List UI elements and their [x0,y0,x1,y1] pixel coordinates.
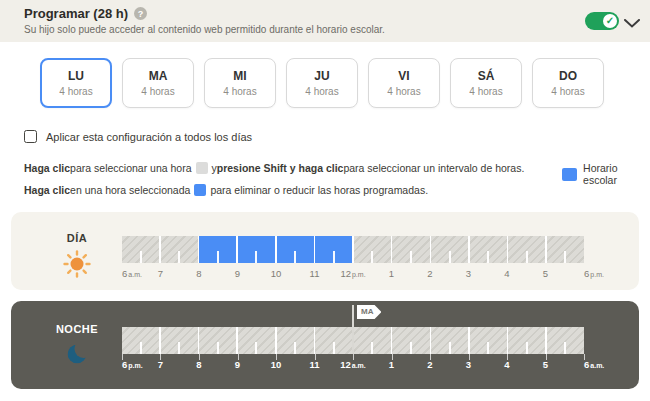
legend-swatch [562,168,577,181]
hour-label: 12a.m. [340,359,366,370]
day-card-label: VI [398,69,409,83]
hour-cell[interactable] [354,236,391,263]
toggle-check-icon: ✓ [603,14,617,28]
header-subtitle: Su hijo solo puede acceder al contenido … [24,24,385,35]
hour-label: 7 [158,268,163,279]
day-card-hours: 4 horas [551,86,584,97]
hour-cell[interactable] [392,236,429,263]
day-card-hours: 4 horas [59,86,92,97]
day-card-hours: 4 horas [305,86,338,97]
instruction-text: para eliminar o reducir las horas progra… [210,184,428,196]
hour-label: 1 [389,359,394,370]
hour-label: 1 [389,268,394,279]
day-card-lu[interactable]: LU4 horas [40,58,112,108]
day-card-label: LU [68,69,84,83]
midnight-marker-line [352,305,354,354]
hour-label: 6p.m. [122,359,143,370]
hour-cell[interactable] [431,327,468,354]
day-card-ju[interactable]: JU4 horas [286,58,358,108]
hour-cell[interactable] [508,327,545,354]
day-card-hours: 4 horas [141,86,174,97]
instruction-text: en una hora seleccionada [70,184,190,196]
day-card-label: SÁ [478,69,495,83]
schedule-toggle[interactable]: ✓ [585,12,619,30]
hour-cell[interactable] [199,236,236,263]
hour-cell[interactable] [470,327,507,354]
day-card-label: DO [559,69,577,83]
hour-label: 6a.m. [122,268,142,279]
hour-cell[interactable] [161,236,198,263]
hour-cell[interactable] [547,236,584,263]
blue-swatch [194,184,206,196]
hour-label: 5 [543,268,548,279]
apply-all-checkbox[interactable] [24,130,37,143]
hour-label: 11 [310,268,320,279]
hour-label: 9 [235,359,240,370]
header: Programar (28 h) ? Su hijo solo puede ac… [0,0,650,42]
instruction-line-2: Haga clic en una hora seleccionada para … [24,184,428,196]
hour-cell[interactable] [508,236,545,263]
hour-label: 2 [427,359,432,370]
hour-cell[interactable] [354,327,391,354]
day-timeline-labels: 6a.m.789101112p.m.123456p.m. [122,268,584,282]
night-timeline-bar: MA [122,327,584,354]
day-card-label: JU [314,69,329,83]
hour-cell[interactable] [277,327,314,354]
gray-swatch [196,162,208,174]
page-title: Programar (28 h) [24,6,128,21]
hour-label: 10 [271,268,282,279]
day-card-label: MA [149,69,168,83]
instruction-text: Haga clic [24,162,70,174]
day-schedule-panel: DÍA 6a.m.789101112p.m.123456p.m. [11,212,639,290]
hour-label: 10 [271,359,282,370]
instruction-text: presione Shift y haga clic [217,162,344,174]
hour-cell[interactable] [122,236,159,263]
instruction-line-1: Haga clic para seleccionar una hora y pr… [24,162,524,174]
apply-all-label: Aplicar esta configuración a todos los d… [46,131,252,143]
hour-label: 12p.m. [340,268,365,279]
hour-label: 7 [158,359,163,370]
hour-cell[interactable] [315,236,352,263]
day-card-hours: 4 horas [469,86,502,97]
hour-cell[interactable] [238,236,275,263]
legend-label: Horario escolar [583,162,650,186]
night-timeline-labels: 6p.m.789101112a.m.123456a.m. [122,359,584,373]
apply-all-row: Aplicar esta configuración a todos los d… [24,130,252,143]
hour-label: 2 [427,268,432,279]
hour-label: 5 [543,359,548,370]
hour-label: 4 [504,268,509,279]
day-card-ma[interactable]: MA4 horas [122,58,194,108]
hour-cell[interactable] [470,236,507,263]
day-card-hours: 4 horas [223,86,256,97]
day-card-vi[interactable]: VI4 horas [368,58,440,108]
hour-cell[interactable] [122,327,159,354]
hour-cell[interactable] [238,327,275,354]
hour-cell[interactable] [392,327,429,354]
night-schedule-panel: NOCHE MA 6p.m.789101112a.m.123456a.m. [11,301,639,389]
hour-cell[interactable] [277,236,314,263]
hour-cell[interactable] [199,327,236,354]
hour-cell[interactable] [547,327,584,354]
day-card-sá[interactable]: SÁ4 horas [450,58,522,108]
hour-label: 9 [235,268,240,279]
day-card-do[interactable]: DO4 horas [532,58,604,108]
schedule-widget: Programar (28 h) ? Su hijo solo puede ac… [0,0,650,401]
hour-cell[interactable] [315,327,352,354]
hour-label: 11 [309,359,319,370]
legend: Horario escolar [562,162,650,186]
hour-cell[interactable] [161,327,198,354]
chevron-down-icon[interactable] [624,14,640,32]
instruction-text: para seleccionar un intervalo de horas. [343,162,524,174]
hour-label: 4 [504,359,509,370]
hour-label: 8 [196,359,201,370]
hour-label: 8 [196,268,201,279]
hour-cell[interactable] [431,236,468,263]
weekday-selector: LU4 horasMA4 horasMI4 horasJU4 horasVI4 … [40,58,604,108]
day-timeline-bar [122,236,584,263]
hour-label: 6p.m. [584,268,604,279]
day-card-mi[interactable]: MI4 horas [204,58,276,108]
day-card-label: MI [233,69,246,83]
help-icon[interactable]: ? [134,7,147,20]
hour-label: 3 [466,359,471,370]
day-card-hours: 4 horas [387,86,420,97]
